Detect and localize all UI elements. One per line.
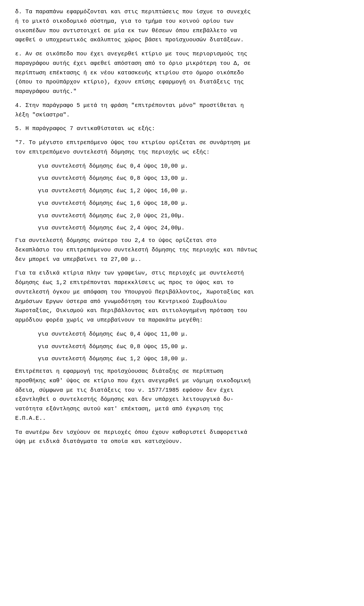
paragraph-p1: δ. Τα παραπάνω εφαρμόζονται και στις περ… xyxy=(15,8,349,45)
paragraph-p16: για συντελεστή δόμησης έως 1,2 ύψος 18,0… xyxy=(15,355,349,364)
paragraph-p3: 4. Στην παράγραφο 5 μετά τη φράση "επιτρ… xyxy=(15,101,349,120)
paragraph-p15: για συντελεστή δόμησης έως 0,8 ύψος 15,0… xyxy=(15,342,349,352)
paragraph-p6: για συντελεστή δόμησης έως 0,4 ύψος 10,0… xyxy=(15,162,349,171)
paragraph-p17: Επιτρέπεται η εφαρμογή της προϊσχύουσας … xyxy=(15,367,349,424)
paragraph-p4: 5. Η παράγραφος 7 αντικαθίσταται ως εξής… xyxy=(15,124,349,134)
paragraph-p11: για συντελεστή δόμησης έως 2,4 ύψος 24,0… xyxy=(15,224,349,233)
main-content: δ. Τα παραπάνω εφαρμόζονται και στις περ… xyxy=(15,8,349,447)
paragraph-p13: Για τα ειδικά κτίρια πλην των γραφείων, … xyxy=(15,269,349,325)
paragraph-p2: ε. Αν σε οικόπεδο που έχει ανεγερθεί κτί… xyxy=(15,50,349,97)
paragraph-p12: Για συντελεστή δόμησης ανώτερο του 2,4 τ… xyxy=(15,236,349,264)
paragraph-p14: για συντελεστή δόμησης έως 0,4 ύψος 11,0… xyxy=(15,330,349,339)
paragraph-p8: για συντελεστή δόμησης έως 1,2 ύψος 16,0… xyxy=(15,187,349,196)
paragraph-p7: για συντελεστή δόμησης έως 0,8 ύψος 13,0… xyxy=(15,174,349,184)
paragraph-p10: για συντελεστή δόμησης έως 2,0 ύψος 21,0… xyxy=(15,212,349,221)
paragraph-p5: "7. Το μέγιστο επιτρεπόμενο ύψος του κτι… xyxy=(15,138,349,157)
paragraph-p18: Τα ανωτέρω δεν ισχύουν σε περιοχές όπου … xyxy=(15,428,349,447)
paragraph-p9: για συντελεστή δόμησης έως 1,6 ύψος 18,0… xyxy=(15,199,349,209)
